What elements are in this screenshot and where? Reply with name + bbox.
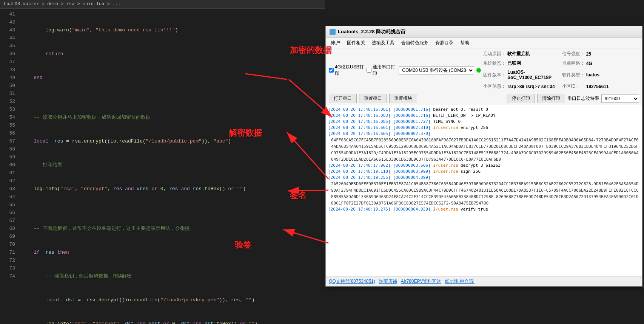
window-title: Luatools_2.2.28 降功耗挑合宙 <box>338 28 405 35</box>
info-net: 当前网络： 4G <box>562 59 639 67</box>
footer-air780[interactable]: Air780EPV资料直达 <box>401 278 441 285</box>
annotation-encrypt: 加密的数据 <box>290 45 331 56</box>
log-line-8: [2024-08-20 17:48:19.255] [000000004.899… <box>328 175 640 181</box>
cell-id-value: 192756611 <box>586 84 609 89</box>
menu-resources[interactable]: 资源目录 <box>432 39 456 47</box>
toolbar-row2: 打开串口 重置串口 重置模块 停止打印 清除打印 串口日志波特率 921600 <box>326 92 642 105</box>
firmware-value: LuatOS-SoC_V1002_EC718P <box>507 70 560 80</box>
annotation-decrypt: 解密数据 <box>229 127 262 139</box>
editor-right-fill <box>642 0 644 324</box>
log-area[interactable]: [2024-08-20 17:48:16.081] [000000001.716… <box>326 105 642 276</box>
log-line-4: [2024-08-20 17:48:16.661] [000000002.310… <box>328 125 640 131</box>
checkbox-serial-label[interactable]: 通用串口打印 <box>367 64 396 77</box>
checkbox-4g-label[interactable]: 4G模块USB打印 <box>329 64 364 77</box>
menubar: 账户 固件相关 选项及工具 合宙特色服务 资源目录 帮助 <box>326 38 642 48</box>
info-signal: 信号强度： 25 <box>562 50 639 58</box>
info-cell: 小区信息： rsrp:-89 rsrq:-7 snr:34 <box>483 82 560 90</box>
log-hex-2: 2A526049B5D0FFFDF370EE1EB37E87A1C054B387… <box>328 181 640 206</box>
reset-module-button[interactable]: 重置模块 <box>389 94 417 103</box>
log-line-1: [2024-08-20 17:48:16.081] [000000001.716… <box>328 107 640 113</box>
footer-qq[interactable]: QQ支持群(807534851) <box>329 278 375 285</box>
info-boot-reason: 启动原因： 软件重启机 <box>483 50 560 58</box>
log-hex-1: 64FF63CA5C07FC45B7F028556960E6FC6A043081… <box>328 137 640 163</box>
log-line-2: [2024-08-20 17:48:16.083] [000000001.716… <box>328 113 640 119</box>
checkbox-4g[interactable] <box>329 68 334 73</box>
annotation-sign: 签名 <box>290 190 307 201</box>
boot-reason-value: 软件重启机 <box>507 51 530 57</box>
clear-print-button[interactable]: 清除打印 <box>537 94 565 103</box>
info-sys-status: 系统状态： 已联网 <box>483 59 560 67</box>
checkbox-serial-text: 通用串口打印 <box>373 64 396 77</box>
baud-label: 串口日志波特率 <box>567 95 599 102</box>
log-line-3: [2024-08-20 17:48:16.085] [000000001.727… <box>328 119 640 125</box>
log-line-7: [2024-08-20 17:48:19.118] [000000003.999… <box>328 169 640 175</box>
signal-label: 信号强度： <box>562 51 585 57</box>
footer-lowpower[interactable]: 低功耗.挑合宙! <box>445 278 475 285</box>
net-label: 当前网络： <box>562 60 585 67</box>
software-type-label: 软件类型： <box>562 72 585 78</box>
log-line-6: [2024-08-20 17:48:17.962] [000000003.606… <box>328 163 640 169</box>
breadcrumb: LuatOS-master > demo > rsa > main.lua > … <box>0 0 325 9</box>
software-type-value: luatos <box>586 72 599 78</box>
checkbox-serial[interactable] <box>367 68 371 73</box>
cell-label: 小区信息： <box>483 83 506 90</box>
annotation-verify: 验签 <box>235 239 251 251</box>
luatools-window: Luatools_2.2.28 降功耗挑合宙 账户 固件相关 选项及工具 合宙特… <box>325 26 642 287</box>
cell-id-label: 小区ID： <box>562 83 585 90</box>
cell-value: rsrp:-89 rsrq:-7 snr:34 <box>507 84 555 89</box>
menu-services[interactable]: 合宙特色服务 <box>398 39 431 47</box>
window-icon <box>330 29 336 35</box>
log-line-9: [2024-08-20 17:48:19.275] [000000004.939… <box>328 206 640 212</box>
menu-firmware[interactable]: 固件相关 <box>344 39 368 47</box>
window-titlebar: Luatools_2.2.28 降功耗挑合宙 <box>326 26 642 38</box>
code-editor: LuatOS-master > demo > rsa > main.lua > … <box>0 0 325 324</box>
menu-options[interactable]: 选项及工具 <box>369 39 397 47</box>
com-select[interactable]: COM28 USB 串行设备 (COM28) <box>399 66 474 74</box>
net-value: 4G <box>586 61 592 66</box>
info-software-type: 软件类型： luatos <box>562 69 639 81</box>
footer-taobao[interactable]: 淘宝店铺 <box>379 278 397 285</box>
open-port-button[interactable]: 打开串口 <box>329 94 357 103</box>
info-cell-id: 小区ID： 192756611 <box>562 82 639 90</box>
window-footer: QQ支持群(807534851) 淘宝店铺 Air780EPV资料直达 低功耗.… <box>326 276 642 286</box>
toolbar-row1: 4G模块USB打印 通用串口打印 COM28 USB 串行设备 (COM28) … <box>326 48 642 92</box>
line-numbers: 41 42 43 44 45 46 47 48 49 50 51 52 53 5… <box>0 9 19 324</box>
status-dot <box>476 68 481 73</box>
signal-value: 25 <box>586 51 591 57</box>
info-firmware: 固件版本： LuatOS-SoC_V1002_EC718P <box>483 69 560 81</box>
menu-help[interactable]: 帮助 <box>457 39 472 47</box>
firmware-label: 固件版本： <box>483 72 506 78</box>
sys-status-value: 已联网 <box>507 60 521 67</box>
checkbox-4g-text: 4G模块USB打印 <box>335 64 364 77</box>
sys-status-label: 系统状态： <box>483 60 506 67</box>
code-content: log.warn("main", "this demo need rsa lib… <box>19 9 325 324</box>
baud-select[interactable]: 921600 <box>601 95 639 103</box>
stop-print-button[interactable]: 停止打印 <box>507 94 535 103</box>
log-line-5: [2024-08-20 17:48:16.665] [000000002.370… <box>328 131 640 137</box>
boot-reason-label: 启动原因： <box>483 51 506 57</box>
reset-port-button[interactable]: 重置串口 <box>359 94 387 103</box>
